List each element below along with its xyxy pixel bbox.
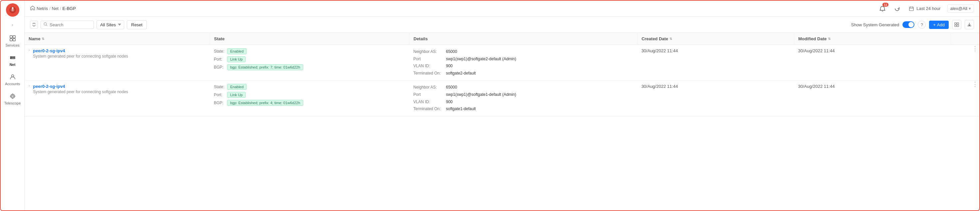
svg-rect-27 [955,25,956,27]
col-created: Created Date ⇅ [638,33,794,45]
row-menu-btn[interactable]: ⋮ [951,45,979,81]
col-created-sort-icon[interactable]: ⇅ [670,37,672,41]
peer-name[interactable]: peer0-2-sg-ipv4 [33,84,128,89]
vlan-id-key: VLAN ID: [414,98,444,106]
table-container: Name ⇅ State Details Created Dat [25,33,979,210]
svg-rect-4 [10,36,12,38]
col-name-sort-icon[interactable]: ⇅ [41,37,44,41]
add-label: Add [937,22,945,27]
sidebar-item-telescope[interactable]: Telescope [1,89,24,108]
svg-rect-25 [955,23,956,24]
bgp-table: Name ⇅ State Details Created Dat [25,33,979,116]
state-cell: State: Enabled Port: Link Up BGP: bgp: E… [210,81,409,116]
svg-rect-26 [957,23,959,24]
neighbor-as-key: Neighbor AS: [414,48,444,56]
row-menu-btn[interactable]: ⋮ [951,81,979,116]
peer-name[interactable]: peer0-2-sg-ipv4 [33,48,128,53]
details-cell: Neighbor AS: 65000 Port swp1(swp1)@softg… [409,81,638,116]
sidebar-collapse-btn[interactable]: › [9,21,17,29]
user-chevron-icon: ▾ [969,6,971,11]
svg-rect-7 [13,39,15,41]
table-row: › peer0-2-sg-ipv4 System generated peer … [25,45,979,81]
reset-btn[interactable]: Reset [127,20,147,29]
col-name-label: Name [29,36,40,41]
sidebar-item-net-label: Net [10,63,16,67]
sidebar-item-net[interactable]: Net [1,51,24,70]
col-modified: Modified Date ⇅ [794,33,951,45]
services-icon [9,35,16,42]
collapse-btn[interactable] [30,21,38,29]
svg-rect-5 [13,36,15,38]
show-system-toggle[interactable] [902,21,915,28]
bgp-key: BGP: [214,65,224,70]
svg-rect-6 [10,39,12,41]
time-range-selector[interactable]: Last 24 hour [907,5,943,12]
modified-date-cell: 30/Aug/2022 11:44 [794,81,951,116]
sidebar-item-services-label: Services [5,43,19,47]
header-right: 11 Last 24 hour [877,3,974,14]
export-btn[interactable] [965,20,974,29]
svg-line-24 [46,25,47,26]
sidebar-item-telescope-label: Telescope [4,101,21,105]
breadcrumb-sep-2: / [60,6,61,11]
svg-point-11 [11,58,11,59]
col-state-label: State [214,36,225,41]
svg-point-10 [11,57,11,57]
state-key: State: [214,49,224,54]
name-cell: › peer0-2-sg-ipv4 System generated peer … [25,45,210,81]
bgp-badge: bgp: Established; prefix: 7; time: 01w6d… [227,64,303,70]
state-key: State: [214,84,224,89]
sidebar: › Services Net [1,1,25,210]
state-badge: Enabled [227,48,247,54]
neighbor-as-val: 65000 [446,84,457,91]
accounts-icon [9,73,16,81]
user-label: alex@All [950,6,968,11]
col-modified-sort-icon[interactable]: ⇅ [828,37,830,41]
sites-dropdown[interactable]: All Sites [97,20,124,29]
table-row: › peer0-2-sg-ipv4 System generated peer … [25,81,979,116]
user-selector[interactable]: alex@All ▾ [947,4,974,13]
row-expand-btn[interactable]: › [29,48,30,52]
refresh-btn[interactable] [892,3,902,14]
state-cell: State: Enabled Port: Link Up BGP: bgp: E… [210,45,409,81]
breadcrumb-ebgp: E-BGP [62,6,76,11]
svg-point-13 [11,94,14,98]
help-btn[interactable]: ? [918,21,926,29]
add-btn[interactable]: + Add [929,21,949,29]
modified-date-cell: 30/Aug/2022 11:44 [794,45,951,81]
breadcrumb-net[interactable]: Net [52,6,59,11]
toolbar: All Sites Reset Show System Generated ? … [25,17,979,33]
sidebar-item-accounts[interactable]: Accounts [1,70,24,89]
layout-btn[interactable] [952,20,961,29]
search-input[interactable] [49,22,91,27]
app-logo[interactable] [6,3,19,17]
details-cell: Neighbor AS: 65000 Port swp1(swp1)@softg… [409,45,638,81]
bgp-badge: bgp: Established; prefix: 4; time: 01w6d… [227,100,303,106]
svg-point-23 [44,23,46,25]
time-range-label: Last 24 hour [916,6,940,11]
bgp-key: BGP: [214,100,224,105]
peer-desc: System generated peer for connecting sof… [33,89,128,94]
port-key: Port: [214,92,224,97]
sidebar-item-services[interactable]: Services [1,31,24,51]
svg-point-14 [12,95,14,97]
col-state: State [210,33,409,45]
terminated-on-key: Terminated On: [414,70,444,77]
port-val: swp1(swp1)@softgate1-default (Admin) [446,91,516,98]
notification-btn[interactable]: 11 [877,3,888,14]
breadcrumb-netris[interactable]: Netris [37,6,48,11]
main-content: Netris / Net / E-BGP 11 [25,1,979,210]
col-actions [951,33,979,45]
toolbar-right: Show System Generated ? + Add [851,20,974,29]
breadcrumb-sep-1: / [49,6,51,11]
name-cell: › peer0-2-sg-ipv4 System generated peer … [25,81,210,116]
vlan-id-key: VLAN ID: [414,63,444,70]
row-expand-btn[interactable]: › [29,84,30,87]
col-modified-label: Modified Date [798,36,827,41]
show-system-label: Show System Generated [851,22,899,27]
net-icon [9,54,16,61]
neighbor-as-key: Neighbor AS: [414,84,444,91]
peer-desc: System generated peer for connecting sof… [33,54,128,59]
search-icon [44,22,48,27]
terminated-on-key: Terminated On: [414,106,444,113]
